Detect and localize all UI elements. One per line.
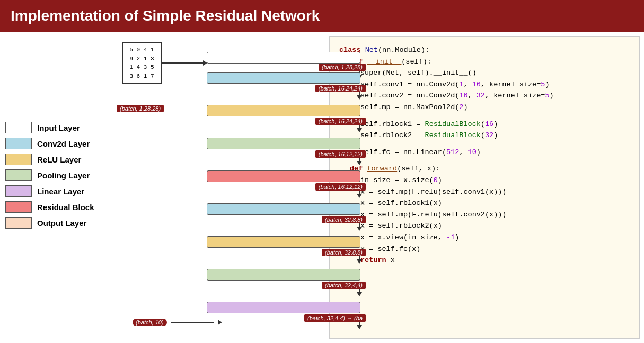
- code-line-13: x = self.rblock1(x): [360, 197, 629, 209]
- code-line-7: self.rblock1 = ResidualBlock(16): [360, 119, 629, 130]
- legend-input-label: Input Layer: [37, 123, 80, 132]
- layers-stack: (batch, 1,28,28) (batch, 16,24,24): [207, 52, 366, 330]
- legend-output-label: Output Layer: [37, 219, 86, 228]
- layer-residual-1: [207, 170, 360, 182]
- input-image: 5 0 4 19 2 1 31 4 3 53 6 1 7: [122, 42, 162, 84]
- code-line-10: def forward(self, x):: [350, 163, 629, 175]
- batch-label-input: (batch, 1,28,28): [117, 103, 164, 113]
- layer-relu-2: [207, 236, 360, 248]
- legend-conv2d-label: Conv2d Layer: [37, 139, 90, 148]
- legend-output: Output Layer: [5, 217, 111, 229]
- code-line-12: x = self.mp(F.relu(self.conv1(x))): [360, 186, 629, 198]
- code-line-16: x = x.view(in_size, -1): [360, 232, 629, 243]
- legend-relu: ReLU Layer: [5, 154, 111, 165]
- page-title: Implementation of Simple Residual Networ…: [11, 7, 320, 24]
- legend-pooling: Pooling Layer: [5, 169, 111, 181]
- legend-input: Input Layer: [5, 122, 111, 133]
- arrow-input: [162, 62, 205, 64]
- layer-conv2d-2: [207, 203, 360, 215]
- code-line-18: return x: [360, 255, 629, 266]
- code-line-6: self.mp = nn.MaxPool2d(2): [360, 102, 629, 113]
- layer-pooling-2: [207, 269, 360, 281]
- code-line-3: super(Net, self).__init__(): [360, 67, 629, 79]
- header: Implementation of Simple Residual Networ…: [0, 0, 644, 32]
- code-line-15: x = self.rblock2(x): [360, 220, 629, 232]
- legend-conv2d: Conv2d Layer: [5, 138, 111, 149]
- code-line-17: x = self.fc(x): [360, 243, 629, 255]
- legend-linear-label: Linear Layer: [37, 187, 84, 196]
- legend: Input Layer Conv2d Layer ReLU Layer Pool…: [5, 116, 111, 338]
- layer-conv2d-1: [207, 72, 360, 84]
- legend-residual-label: Residual Block: [37, 203, 94, 212]
- code-panel: class Net(nn.Module): def __init__(self)…: [329, 36, 640, 339]
- legend-pooling-label: Pooling Layer: [37, 171, 90, 180]
- code-line-14: x = self.mp(F.relu(self.conv2(x))): [360, 209, 629, 221]
- code-line-2: def __init__(self):: [350, 56, 629, 68]
- legend-relu-label: ReLU Layer: [37, 155, 81, 164]
- code-line-5: self.conv2 = nn.Conv2d(16, 32, kernel_si…: [360, 90, 629, 102]
- legend-residual: Residual Block: [5, 201, 111, 213]
- code-line-1: class Net(nn.Module):: [339, 44, 629, 56]
- code-line-11: in_size = x.size(0): [360, 175, 629, 186]
- layer-input: [207, 52, 360, 64]
- code-line-8: self.rblock2 = ResidualBlock(32): [360, 130, 629, 141]
- code-line-9: self.fc = nn.Linear(512, 10): [360, 147, 629, 158]
- layer-pooling-1: [207, 138, 360, 149]
- layer-relu-1: [207, 105, 360, 116]
- legend-linear: Linear Layer: [5, 185, 111, 197]
- layer-linear: [207, 302, 360, 313]
- code-line-4: self.conv1 = nn.Conv2d(1, 16, kernel_siz…: [360, 79, 629, 91]
- output-label-area: (batch, 10): [133, 319, 222, 326]
